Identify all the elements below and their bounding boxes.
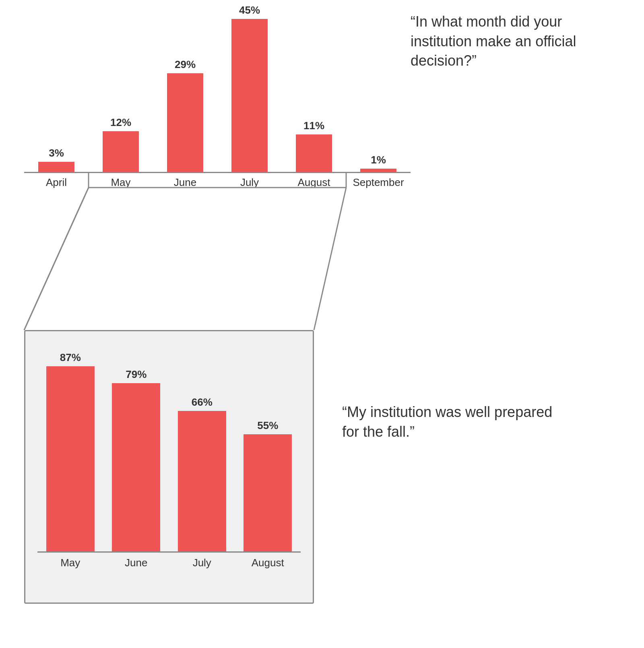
top-bar-pct-june: 29% — [175, 58, 196, 71]
bottom-bar-group-may: 87% — [37, 351, 103, 551]
top-bar-group-september: 1% — [346, 154, 411, 172]
bottom-month-label-may: May — [37, 553, 103, 569]
svg-line-3 — [24, 188, 89, 330]
page-root: “In what month did your institution make… — [0, 0, 644, 648]
top-month-label-may: May — [89, 176, 153, 189]
bottom-month-label-july: July — [169, 553, 235, 569]
bottom-bar-pct-may: 87% — [60, 351, 81, 364]
svg-line-4 — [24, 188, 89, 330]
top-bar-rect-july — [231, 19, 268, 172]
bottom-bar-rect-august — [244, 434, 292, 551]
top-bar-group-june: 29% — [153, 58, 217, 172]
quote-bottom-text: “My institution was well prepared for th… — [342, 402, 568, 442]
bottom-bar-rect-june — [112, 383, 160, 551]
bottom-bar-group-august: 55% — [235, 419, 301, 551]
svg-line-5 — [314, 188, 346, 330]
top-bar-rect-august — [296, 134, 332, 172]
top-month-label-april: April — [24, 176, 89, 189]
bottom-bar-group-june: 79% — [103, 368, 169, 551]
top-bar-pct-august: 11% — [303, 120, 324, 132]
bottom-month-label-august: August — [235, 553, 301, 569]
top-bar-rect-september — [360, 169, 396, 172]
top-month-label-september: September — [346, 176, 411, 189]
quote-top-text: “In what month did your institution make… — [411, 12, 624, 71]
top-bar-group-august: 11% — [282, 120, 346, 172]
bottom-bar-rect-july — [178, 411, 226, 551]
top-month-label-july: July — [217, 176, 282, 189]
top-bar-group-july: 45% — [217, 4, 282, 172]
top-chart-bars: 3%12%29%45%11%1% — [24, 12, 411, 173]
bottom-chart-box: 87%79%66%55% MayJuneJulyAugust — [24, 330, 314, 604]
top-bar-rect-may — [103, 131, 139, 172]
top-bar-pct-september: 1% — [371, 154, 386, 166]
bottom-bar-group-july: 66% — [169, 396, 235, 551]
bottom-bar-pct-july: 66% — [192, 396, 213, 409]
bottom-bar-pct-august: 55% — [257, 419, 278, 432]
top-bar-pct-april: 3% — [49, 147, 64, 159]
top-bar-rect-april — [38, 162, 74, 172]
top-bar-pct-may: 12% — [110, 116, 131, 129]
top-bar-group-may: 12% — [89, 116, 153, 172]
bottom-chart-bars: 87%79%66%55% — [37, 343, 301, 553]
top-chart: 3%12%29%45%11%1% AprilMayJuneJulyAugustS… — [24, 12, 411, 205]
bottom-bar-rect-may — [46, 366, 95, 551]
top-month-label-august: August — [282, 176, 346, 189]
top-bar-rect-june — [167, 73, 203, 172]
top-month-label-june: June — [153, 176, 217, 189]
bottom-month-label-june: June — [103, 553, 169, 569]
top-bar-group-april: 3% — [24, 147, 89, 172]
top-bar-pct-july: 45% — [239, 4, 260, 17]
bottom-bar-pct-june: 79% — [126, 368, 147, 381]
